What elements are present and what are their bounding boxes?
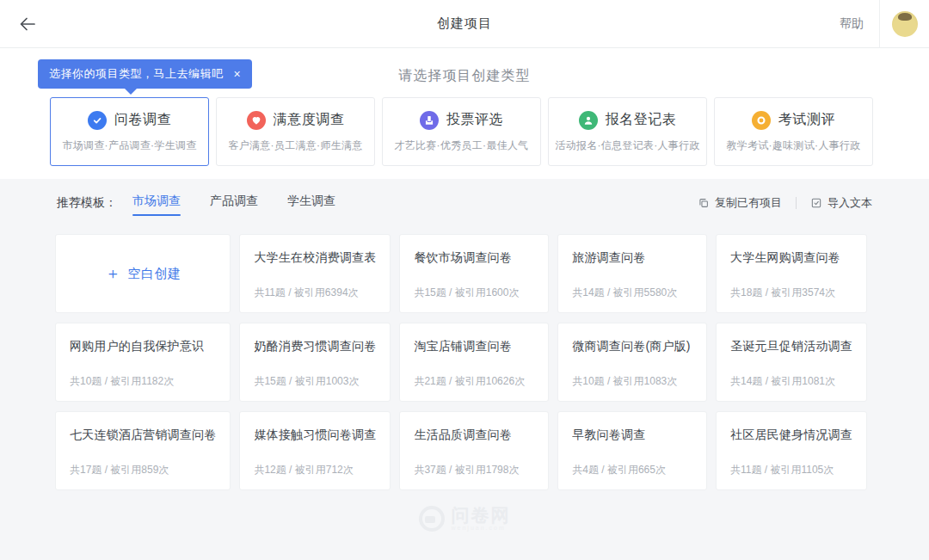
- template-card[interactable]: 网购用户的自我保护意识 共10题 / 被引用1182次: [55, 323, 231, 402]
- tooltip-text: 选择你的项目类型，马上去编辑吧: [49, 66, 224, 82]
- wenjuan-logo-icon: [419, 506, 445, 532]
- import-text-icon: [810, 197, 822, 209]
- template-card[interactable]: 七天连锁酒店营销调查问卷 共17题 / 被引用859次: [55, 411, 231, 490]
- template-title: 媒体接触习惯问卷调查: [254, 427, 376, 442]
- project-type-section: 选择你的项目类型，马上去编辑吧 × 请选择项目创建类型 问卷调查 市场调查·产品…: [0, 48, 929, 179]
- template-card[interactable]: 奶酪消费习惯调查问卷 共15题 / 被引用1003次: [239, 323, 391, 402]
- template-title: 奶酪消费习惯调查问卷: [254, 338, 376, 354]
- template-title: 早教问卷调查: [572, 427, 692, 442]
- template-card[interactable]: 媒体接触习惯问卷调查 共12题 / 被引用712次: [239, 411, 391, 490]
- type-card-desc: 活动报名·信息登记表·人事行政: [555, 138, 700, 153]
- topbar: 创建项目 帮助: [0, 0, 929, 48]
- template-title: 七天连锁酒店营销调查问卷: [70, 427, 216, 442]
- guide-tooltip: 选择你的项目类型，马上去编辑吧 ×: [38, 59, 252, 89]
- template-title: 生活品质调查问卷: [414, 427, 534, 442]
- type-card-exam[interactable]: 考试测评 教学考试·趣味测试·人事行政: [714, 97, 873, 166]
- copy-existing-button[interactable]: 复制已有项目: [698, 195, 782, 211]
- template-card[interactable]: 旅游调查问卷 共14题 / 被引用5580次: [557, 234, 707, 313]
- template-meta: 共11题 / 被引用1105次: [730, 463, 852, 477]
- template-title: 微商调查问卷(商户版): [572, 338, 692, 354]
- type-card-satisfaction[interactable]: 满意度调查 客户满意·员工满意·师生满意: [216, 97, 375, 166]
- template-title: 社区居民健身情况调查: [730, 427, 852, 442]
- template-title: 大学生网购调查问卷: [730, 249, 852, 265]
- template-meta: 共37题 / 被引用1798次: [414, 463, 534, 477]
- template-title: 大学生在校消费调查表: [254, 249, 376, 265]
- avatar-container: [879, 0, 929, 48]
- help-link[interactable]: 帮助: [840, 16, 864, 32]
- template-card[interactable]: 大学生网购调查问卷 共18题 / 被引用3574次: [716, 234, 867, 313]
- template-title: 餐饮市场调查问卷: [414, 249, 534, 265]
- avatar[interactable]: [892, 11, 918, 37]
- type-card-desc: 客户满意·员工满意·师生满意: [228, 138, 362, 153]
- template-card[interactable]: 圣诞元旦促销活动调查 共14题 / 被引用1081次: [716, 323, 867, 402]
- import-text-button[interactable]: 导入文本: [810, 195, 872, 211]
- template-title: 旅游调查问卷: [572, 249, 692, 265]
- type-card-title: 满意度调查: [274, 111, 345, 129]
- template-bar: 推荐模板： 市场调查 产品调查 学生调查 复制已有项目 导入文本: [0, 179, 929, 227]
- type-card-desc: 教学考试·趣味测试·人事行政: [726, 138, 860, 153]
- template-meta: 共12题 / 被引用712次: [254, 463, 376, 477]
- template-title: 网购用户的自我保护意识: [70, 338, 216, 354]
- template-meta: 共17题 / 被引用859次: [70, 463, 216, 477]
- template-meta: 共4题 / 被引用665次: [572, 463, 692, 477]
- tab-product-survey[interactable]: 产品调查: [210, 194, 258, 212]
- type-card-title: 考试测评: [778, 111, 835, 129]
- type-card-vote[interactable]: 投票评选 才艺比赛·优秀员工·最佳人气: [382, 97, 541, 166]
- template-meta: 共10题 / 被引用1182次: [70, 374, 216, 389]
- template-meta: 共11题 / 被引用6394次: [254, 286, 376, 300]
- questionnaire-check-icon: [88, 111, 107, 130]
- template-meta: 共21题 / 被引用10626次: [414, 374, 534, 389]
- project-type-cards: 问卷调查 市场调查·产品调查·学生调查 满意度调查 客户满意·员工满意·师生满意…: [50, 97, 873, 166]
- template-card[interactable]: 微商调查问卷(商户版) 共10题 / 被引用1083次: [557, 323, 707, 402]
- page-title: 创建项目: [0, 15, 929, 32]
- type-card-title: 问卷调查: [114, 111, 171, 129]
- template-card[interactable]: 早教问卷调查 共4题 / 被引用665次: [557, 411, 707, 490]
- type-card-questionnaire[interactable]: 问卷调查 市场调查·产品调查·学生调查: [50, 97, 209, 166]
- template-meta: 共14题 / 被引用5580次: [572, 286, 692, 300]
- satisfaction-heart-icon: [247, 111, 266, 130]
- exam-ring-icon: [752, 111, 771, 130]
- plus-icon: ＋: [105, 266, 121, 281]
- tab-market-survey[interactable]: 市场调查: [132, 194, 181, 212]
- template-meta: 共10题 / 被引用1083次: [572, 374, 692, 389]
- signup-person-icon: [579, 111, 598, 130]
- close-icon[interactable]: ×: [234, 67, 242, 81]
- template-card[interactable]: 餐饮市场调查问卷 共15题 / 被引用1600次: [399, 234, 549, 313]
- template-meta: 共15题 / 被引用1003次: [254, 374, 376, 389]
- template-meta: 共18题 / 被引用3574次: [730, 286, 852, 300]
- template-card[interactable]: 大学生在校消费调查表 共11题 / 被引用6394次: [239, 234, 391, 313]
- template-title: 圣诞元旦促销活动调查: [730, 338, 852, 354]
- wenjuan-watermark: 问卷网 wenjuan.com: [0, 506, 929, 532]
- vote-ballot-icon: [420, 111, 439, 130]
- tab-student-survey[interactable]: 学生调查: [287, 194, 335, 212]
- template-title: 淘宝店铺调查问卷: [414, 338, 534, 354]
- template-card[interactable]: 生活品质调查问卷 共37题 / 被引用1798次: [399, 411, 549, 490]
- type-card-desc: 市场调查·产品调查·学生调查: [62, 138, 196, 153]
- copy-icon: [698, 197, 710, 209]
- type-card-title: 投票评选: [446, 111, 503, 129]
- template-meta: 共15题 / 被引用1600次: [414, 286, 534, 300]
- blank-create-card[interactable]: ＋ 空白创建: [55, 234, 231, 313]
- type-card-desc: 才艺比赛·优秀员工·最佳人气: [394, 138, 528, 153]
- type-card-title: 报名登记表: [606, 111, 677, 129]
- template-grid: ＋ 空白创建 大学生在校消费调查表 共11题 / 被引用6394次 餐饮市场调查…: [55, 234, 867, 490]
- divider: [796, 197, 797, 209]
- watermark-subtext: wenjuan.com: [452, 525, 511, 531]
- template-card[interactable]: 淘宝店铺调查问卷 共21题 / 被引用10626次: [399, 323, 549, 402]
- type-card-signup[interactable]: 报名登记表 活动报名·信息登记表·人事行政: [548, 97, 707, 166]
- watermark-text: 问卷网: [452, 506, 511, 525]
- template-card[interactable]: 社区居民健身情况调查 共11题 / 被引用1105次: [716, 411, 867, 490]
- blank-create-label: 空白创建: [127, 266, 181, 282]
- template-meta: 共14题 / 被引用1081次: [730, 374, 852, 389]
- recommend-label: 推荐模板：: [57, 195, 117, 211]
- templates-section: 推荐模板： 市场调查 产品调查 学生调查 复制已有项目 导入文本: [0, 179, 929, 560]
